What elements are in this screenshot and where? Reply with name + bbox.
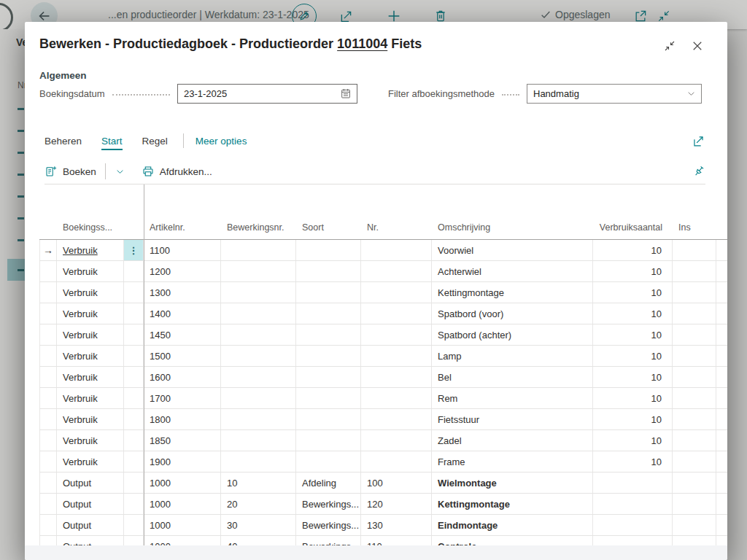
cell-boekingstype[interactable]: Verbruik [57, 240, 124, 260]
cell-boekingstype[interactable]: Verbruik [57, 282, 124, 303]
table-row[interactable]: → Output ⋮ 1000 30 Bewerkings... 130 Ein… [39, 515, 727, 536]
cell-artikelnr[interactable]: 1450 [144, 324, 221, 345]
cell-nr[interactable]: 130 [361, 515, 432, 535]
cell-omschrijving[interactable]: Kettingmontage [432, 494, 593, 514]
cell-ins[interactable] [673, 282, 716, 303]
cell-verbruiksaantal[interactable]: 10 [593, 367, 673, 387]
tab-beheren[interactable]: Beheren [44, 132, 82, 150]
cell-verbruiksaantal[interactable]: 10 [593, 346, 673, 366]
row-menu-cell[interactable]: ⋮ [124, 346, 144, 366]
cell-soort[interactable] [296, 303, 361, 324]
close-dialog-button[interactable] [689, 38, 705, 54]
cell-nr[interactable]: 110 [361, 536, 432, 545]
share-actions-button[interactable] [692, 134, 705, 148]
cell-verbruiksaantal[interactable] [593, 494, 673, 514]
cell-bewerkingsnr[interactable]: 20 [221, 494, 296, 514]
cell-bewerkingsnr[interactable] [221, 240, 296, 260]
cell-artikelnr[interactable]: 1300 [144, 282, 221, 303]
cell-boekingstype[interactable]: Verbruik [57, 346, 124, 366]
cell-bewerkingsnr[interactable]: 10 [221, 472, 296, 493]
table-row[interactable]: → Verbruik ⋮ 1850 Zadel 10 [39, 430, 727, 451]
tab-meer-opties[interactable]: Meer opties [196, 132, 247, 150]
table-row[interactable]: → Verbruik ⋮ 1450 Spatbord (achter) 10 [39, 324, 727, 346]
cell-verbruiksaantal[interactable]: 10 [593, 282, 673, 303]
header-artikelnr[interactable]: Artikelnr. [144, 222, 221, 233]
cell-artikelnr[interactable]: 1000 [144, 494, 221, 514]
posting-date-input[interactable]: 23-1-2025 [177, 84, 357, 104]
cell-ins[interactable] [673, 303, 716, 324]
cell-omschrijving[interactable]: Voorwiel [432, 240, 593, 260]
cell-boekingstype[interactable]: Verbruik [57, 451, 124, 472]
cell-omschrijving[interactable]: Achterwiel [432, 261, 593, 281]
general-section-header[interactable]: Algemeen [39, 70, 87, 81]
cell-artikelnr[interactable]: 1900 [144, 451, 221, 472]
collapse-dialog-button[interactable] [662, 38, 678, 54]
cell-verbruiksaantal[interactable]: 10 [593, 409, 673, 429]
print-button[interactable]: Afdrukken... [142, 165, 212, 178]
cell-nr[interactable] [361, 388, 432, 408]
table-row[interactable]: → Verbruik ⋮ 1700 Rem 10 [39, 388, 727, 409]
cell-verbruiksaantal[interactable] [593, 536, 673, 545]
cell-ins[interactable] [673, 536, 716, 545]
cell-ins[interactable] [673, 324, 716, 345]
cell-ins[interactable] [673, 494, 716, 514]
cell-nr[interactable] [361, 282, 432, 303]
post-split-chevron[interactable] [115, 166, 125, 177]
cell-ins[interactable] [673, 261, 716, 281]
cell-verbruiksaantal[interactable]: 10 [593, 240, 673, 260]
cell-nr[interactable] [361, 324, 432, 345]
calendar-icon[interactable] [340, 88, 352, 99]
table-row[interactable]: → Verbruik ⋮ 1400 Spatbord (voor) 10 [39, 303, 727, 324]
cell-bewerkingsnr[interactable] [221, 324, 296, 345]
cell-bewerkingsnr[interactable] [221, 367, 296, 387]
pin-toolbar-button[interactable] [692, 165, 705, 178]
flushing-filter-select[interactable]: Handmatig [527, 84, 702, 104]
cell-verbruiksaantal[interactable]: 10 [593, 324, 673, 345]
cell-boekingstype[interactable]: Verbruik [57, 367, 124, 387]
cell-bewerkingsnr[interactable] [221, 261, 296, 281]
header-bewerkingsnr[interactable]: Bewerkingsnr. [221, 222, 296, 233]
post-button[interactable]: Boeken [44, 165, 96, 178]
cell-verbruiksaantal[interactable] [593, 515, 673, 535]
row-menu-cell[interactable]: ⋮ [124, 494, 144, 514]
row-menu-cell[interactable]: ⋮ [124, 515, 144, 535]
cell-soort[interactable] [296, 261, 361, 281]
cell-omschrijving[interactable]: Zadel [432, 430, 593, 451]
cell-omschrijving[interactable]: Fietsstuur [432, 409, 593, 429]
row-menu-cell[interactable]: ⋮ [124, 240, 144, 260]
cell-boekingstype[interactable]: Verbruik [57, 261, 124, 281]
tab-start[interactable]: Start [101, 132, 123, 150]
header-soort[interactable]: Soort [296, 222, 361, 233]
cell-artikelnr[interactable]: 1500 [144, 346, 221, 366]
cell-artikelnr[interactable]: 1800 [144, 409, 221, 429]
table-row[interactable]: → Verbruik ⋮ 1800 Fietsstuur 10 [39, 409, 727, 430]
row-menu-cell[interactable]: ⋮ [124, 430, 144, 451]
cell-soort[interactable] [296, 324, 361, 345]
cell-boekingstype[interactable]: Verbruik [57, 303, 124, 324]
cell-nr[interactable] [361, 367, 432, 387]
cell-ins[interactable] [673, 346, 716, 366]
cell-omschrijving[interactable]: Spatbord (voor) [432, 303, 593, 324]
cell-ins[interactable] [673, 409, 716, 429]
row-menu-cell[interactable]: ⋮ [124, 536, 144, 545]
cell-bewerkingsnr[interactable] [221, 430, 296, 451]
cell-bewerkingsnr[interactable] [221, 346, 296, 366]
cell-ins[interactable] [673, 430, 716, 451]
cell-artikelnr[interactable]: 1000 [144, 515, 221, 535]
cell-artikelnr[interactable]: 1200 [144, 261, 221, 281]
cell-nr[interactable] [361, 346, 432, 366]
cell-artikelnr[interactable]: 1000 [144, 536, 221, 545]
cell-bewerkingsnr[interactable] [221, 282, 296, 303]
cell-ins[interactable] [673, 515, 716, 535]
cell-soort[interactable]: Bewerkings... [296, 515, 361, 535]
cell-nr[interactable] [361, 451, 432, 472]
cell-artikelnr[interactable]: 1400 [144, 303, 221, 324]
cell-omschrijving[interactable]: Rem [432, 388, 593, 408]
table-row[interactable]: → Verbruik ⋮ 1500 Lamp 10 [39, 346, 727, 367]
header-verbruiksaantal[interactable]: Verbruiksaantal [593, 222, 673, 233]
table-row[interactable]: → Verbruik ⋮ 1600 Bel 10 [39, 367, 727, 388]
cell-omschrijving[interactable]: Frame [432, 451, 593, 472]
row-menu-cell[interactable]: ⋮ [124, 388, 144, 408]
cell-boekingstype[interactable]: Output [57, 472, 124, 493]
row-menu-cell[interactable]: ⋮ [124, 451, 144, 472]
